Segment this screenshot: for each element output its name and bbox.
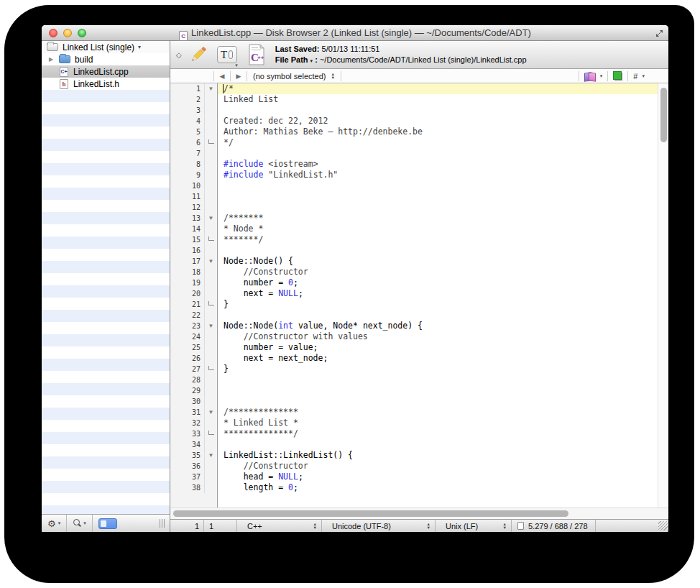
svg-text:++: ++ (257, 55, 264, 61)
code-line[interactable]: Created: dec 22, 2012 (218, 116, 658, 127)
gutter-row: 11 (170, 191, 217, 202)
line-number: 17 (170, 257, 204, 265)
code-view[interactable]: 1▼2345678910111213▼14151617▼181920212223… (170, 83, 668, 507)
code-line[interactable] (218, 202, 658, 213)
code-token: ; (293, 277, 298, 288)
pencil-icon[interactable] (189, 45, 208, 64)
fold-end-marker[interactable] (204, 234, 217, 245)
fold-end-marker[interactable] (204, 364, 217, 375)
back-button[interactable]: ◀ (214, 73, 230, 80)
empty-row-stripe (42, 395, 170, 408)
code-line[interactable]: LinkedList::LinkedList() { (218, 450, 658, 461)
resize-grip[interactable] (658, 521, 668, 530)
fold-open-toggle[interactable]: ▼ (204, 213, 217, 224)
code-line[interactable]: next = NULL; (218, 288, 658, 299)
code-line[interactable] (218, 310, 658, 321)
fold-open-toggle[interactable]: ▼ (204, 450, 217, 461)
code-line[interactable] (218, 105, 658, 116)
line-number: 2 (170, 96, 204, 104)
sidebar-item-linkedlist-h[interactable]: h LinkedList.h (42, 78, 170, 90)
code-line[interactable]: #include "LinkedList.h" (218, 170, 658, 180)
search-menu-button[interactable]: ▾ (67, 515, 92, 532)
chevron-down-icon[interactable]: ▾ (310, 58, 313, 63)
encoding-popup[interactable]: Unicode (UTF-8) ▲▼ (322, 520, 436, 532)
fold-open-toggle[interactable]: ▼ (204, 321, 217, 331)
code-line[interactable]: * Linked List * (218, 418, 658, 428)
fold-end-marker[interactable] (204, 428, 217, 439)
code-line[interactable] (218, 148, 658, 159)
code-line[interactable]: #include <iostream> (218, 159, 658, 170)
code-line[interactable]: **************/ (218, 428, 658, 439)
code-line[interactable]: * Node * (218, 224, 658, 234)
code-line[interactable]: Author: Mathias Beke – http://denbeke.be (218, 127, 658, 137)
code-line[interactable] (218, 375, 658, 385)
code-line[interactable]: //Constructor with values (218, 331, 658, 342)
horizontal-scrollbar[interactable] (170, 507, 668, 519)
code-line[interactable]: /************** (218, 407, 658, 418)
code-line[interactable]: number = value; (218, 342, 658, 353)
code-token: <iostream> (268, 159, 318, 169)
symbol-popup[interactable]: (no symbol selected) ▲ ▼ (247, 72, 341, 81)
fullscreen-icon[interactable] (655, 29, 663, 37)
code-line[interactable] (218, 385, 658, 396)
code-line[interactable] (218, 191, 658, 202)
forward-button[interactable]: ▶ (231, 73, 247, 80)
gear-menu-button[interactable]: ⚙ ▾ (42, 515, 66, 532)
code-token: } (224, 299, 229, 309)
code-line[interactable]: *******/ (218, 234, 658, 245)
swatch-button[interactable] (608, 71, 627, 81)
code-line[interactable]: head = NULL; (218, 472, 658, 482)
stepper-down-icon: ▼ (331, 76, 335, 80)
fold-column (204, 482, 217, 493)
root-dropdown-arrow[interactable]: ▾ (138, 44, 141, 50)
code-line[interactable]: */ (218, 137, 658, 148)
gutter-row: 9 (170, 170, 217, 180)
gutter-row: 30 (170, 396, 217, 407)
code-line[interactable]: Linked List (218, 94, 658, 105)
code-line[interactable] (218, 245, 658, 256)
text-format-button[interactable]: T ▾ (217, 46, 237, 63)
code-line[interactable]: } (218, 364, 658, 375)
code-line[interactable] (218, 396, 658, 407)
fold-open-toggle[interactable]: ▼ (204, 407, 217, 418)
code-line[interactable]: /* (218, 83, 658, 94)
panel-toggle-button[interactable] (98, 518, 117, 529)
language-popup[interactable]: C++ ▲▼ (237, 520, 322, 532)
code-line[interactable] (218, 439, 658, 450)
code-lines[interactable]: /*Linked ListCreated: dec 22, 2012Author… (218, 83, 668, 507)
fold-open-toggle[interactable]: ▼ (204, 256, 217, 267)
line-number: 36 (170, 462, 204, 470)
fold-column (204, 353, 217, 364)
code-line[interactable]: } (218, 299, 658, 310)
code-line[interactable]: //Constructor (218, 461, 658, 472)
fold-open-toggle[interactable]: ▼ (204, 83, 217, 94)
vertical-scrollbar[interactable] (658, 83, 668, 507)
h-scroll-thumb[interactable] (173, 510, 568, 517)
code-token: ; (293, 482, 298, 492)
code-line[interactable]: length = 0; (218, 482, 658, 493)
code-line[interactable]: //Constructor (218, 267, 658, 277)
splitter-drag-handle[interactable] (160, 519, 165, 528)
sidebar-item-build[interactable]: ▶ build (42, 53, 170, 65)
documentation-button[interactable]: ▾ (579, 72, 608, 81)
sidebar-root-header[interactable]: Linked List (single) ▾ (42, 41, 170, 53)
file-path-label[interactable]: File Path (275, 55, 308, 64)
gutter-row: 31▼ (170, 407, 217, 418)
title-bar[interactable]: CLinkedList.cpp — Disk Browser 2 (Linked… (42, 25, 668, 41)
line-ending-popup[interactable]: Unix (LF) ▲▼ (436, 520, 512, 532)
code-line[interactable]: number = 0; (218, 277, 658, 288)
disclosure-triangle[interactable]: ▶ (46, 56, 56, 63)
empty-row-stripe (42, 469, 170, 481)
fold-column (204, 342, 217, 353)
code-line[interactable]: /******* (218, 213, 658, 224)
code-token: Linked List (224, 94, 278, 104)
sidebar-item-linkedlist-cpp[interactable]: C+ LinkedList.cpp (42, 65, 170, 78)
fold-end-marker[interactable] (204, 137, 217, 148)
code-line[interactable]: Node::Node() { (218, 256, 658, 267)
v-scroll-thumb[interactable] (660, 88, 667, 142)
code-line[interactable] (218, 180, 658, 191)
fold-end-marker[interactable] (204, 299, 217, 310)
line-number-menu-button[interactable]: # ▾ (628, 72, 650, 81)
code-line[interactable]: next = next_node; (218, 353, 658, 364)
code-line[interactable]: Node::Node(int value, Node* next_node) { (218, 321, 658, 331)
